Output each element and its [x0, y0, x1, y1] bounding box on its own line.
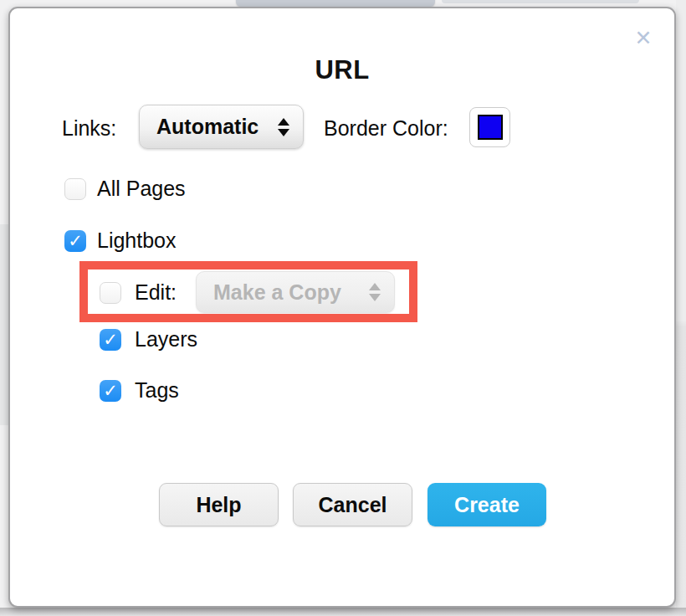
all-pages-label: All Pages — [97, 177, 186, 200]
cancel-button[interactable]: Cancel — [293, 483, 412, 526]
checkmark-icon: ✓ — [100, 380, 121, 402]
select-arrows-icon — [369, 283, 381, 301]
layers-label: Layers — [135, 328, 197, 351]
lightbox-checkbox[interactable]: ✓ — [64, 230, 86, 252]
all-pages-checkbox[interactable]: ✓ — [64, 178, 86, 200]
links-select-value: Automatic — [156, 115, 259, 139]
tags-checkbox[interactable]: ✓ — [100, 380, 121, 402]
background-toolbar-button — [236, 0, 435, 7]
dialog-title: URL — [10, 55, 674, 85]
border-color-label: Border Color: — [324, 117, 448, 140]
select-arrows-icon — [278, 118, 289, 136]
close-icon[interactable]: ✕ — [631, 25, 656, 50]
links-label: Links: — [62, 117, 116, 140]
edit-label: Edit: — [135, 281, 177, 304]
background-toolbar-fragment — [442, 0, 639, 3]
links-select[interactable]: Automatic — [139, 105, 304, 149]
edit-mode-select-value: Make a Copy — [213, 280, 341, 305]
border-color-picker[interactable] — [469, 107, 510, 147]
edit-mode-select: Make a Copy — [196, 271, 395, 313]
create-button[interactable]: Create — [427, 483, 546, 526]
checkmark-icon: ✓ — [100, 329, 121, 351]
modal-bottom-shadow — [0, 608, 686, 616]
edit-checkbox[interactable]: ✓ — [100, 282, 121, 304]
border-color-swatch — [478, 115, 503, 140]
help-button[interactable]: Help — [159, 483, 279, 526]
url-dialog: ✕ URL Links: Automatic Border Color: ✓ A… — [8, 7, 676, 608]
tags-label: Tags — [135, 379, 179, 402]
lightbox-label: Lightbox — [97, 229, 177, 252]
background-page-right-edge — [676, 0, 686, 616]
checkmark-icon: ✓ — [64, 230, 86, 252]
background-page-left-edge — [0, 224, 8, 425]
layers-checkbox[interactable]: ✓ — [100, 329, 121, 351]
